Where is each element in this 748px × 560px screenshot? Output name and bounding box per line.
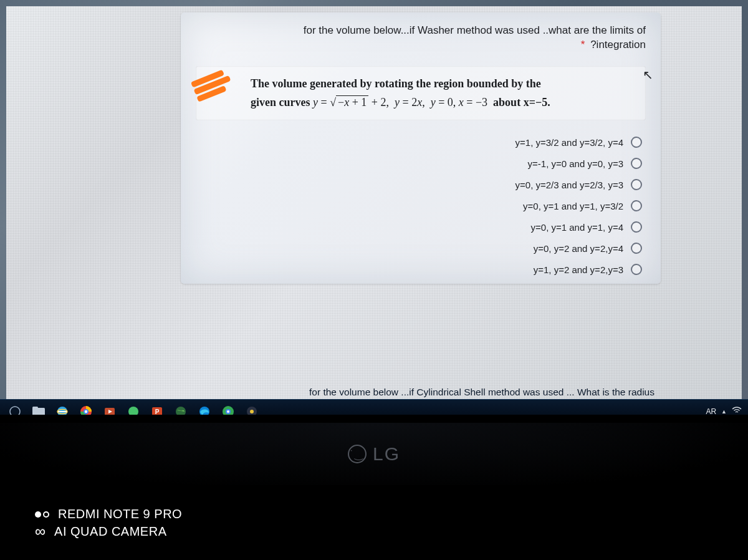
lg-face-icon: ˙‿ (348, 445, 367, 463)
app-icon-1[interactable] (125, 403, 142, 415)
watermark-line1: REDMI NOTE 9 PRO (58, 507, 182, 521)
option-4-label: y=0, y=1 and y=1, y=3/2 (523, 201, 623, 211)
radio-icon (631, 243, 642, 254)
chrome2-icon[interactable] (219, 403, 237, 415)
tray-chevron-icon[interactable]: ▲ (721, 408, 727, 415)
start-icon[interactable] (6, 403, 24, 415)
option-5-label: y=0, y=1 and y=1, y=4 (531, 222, 623, 233)
option-1-label: y=1, y=3/2 and y=3/2, y=4 (515, 137, 623, 148)
problem-given-label: given curves (251, 96, 313, 109)
options-list: y=1, y=3/2 and y=3/2, y=4 y=-1, y=0 and … (196, 137, 646, 275)
question-header: for the volume below...if Washer method … (196, 24, 646, 52)
svg-point-13 (128, 407, 138, 415)
cursor-icon: ↖ (643, 67, 653, 82)
option-7-label: y=1, y=2 and y=2,y=3 (534, 264, 623, 275)
problem-line1: The volume generated by rotating the reg… (251, 75, 613, 94)
option-2[interactable]: y=-1, y=0 and y=0, y=3 (528, 158, 642, 169)
monitor-brand-text: LG (373, 443, 400, 465)
question-card: for the volume below...if Washer method … (181, 12, 661, 284)
radio-icon (631, 221, 642, 233)
camera-watermark: REDMI NOTE 9 PRO ∞ AI QUAD CAMERA (35, 507, 182, 541)
taskbar-left: P (6, 403, 261, 415)
watermark-dots-icon (35, 511, 49, 518)
option-4[interactable]: y=0, y=1 and y=1, y=3/2 (523, 200, 642, 211)
svg-point-10 (85, 410, 87, 412)
app-icon-2[interactable] (243, 403, 261, 415)
next-question-peek: for the volume below ...if Cylindrical S… (181, 387, 654, 398)
option-6-label: y=0, y=2 and y=2,y=4 (534, 243, 623, 254)
chrome-icon[interactable] (77, 403, 95, 415)
svg-rect-5 (32, 407, 38, 409)
infinity-icon: ∞ (35, 524, 46, 539)
problem-line2: given curves y = √−x + 1 + 2, y = 2x, y … (251, 94, 613, 112)
edge-icon[interactable] (196, 403, 213, 415)
radio-icon (631, 137, 642, 148)
globe-icon[interactable] (172, 403, 189, 415)
option-5[interactable]: y=0, y=1 and y=1, y=4 (531, 221, 642, 233)
problem-line1-text: The volume generated by rotating the reg… (251, 77, 541, 90)
question-header-line2: ?integration (590, 39, 646, 51)
video-icon[interactable] (101, 403, 118, 415)
tray-wifi-icon[interactable] (732, 407, 742, 415)
option-2-label: y=-1, y=0 and y=0, y=3 (528, 158, 623, 169)
svg-text:P: P (155, 408, 160, 415)
watermark-line2: AI QUAD CAMERA (54, 524, 166, 539)
problem-box: ↖ The volume generated by rotating the r… (196, 66, 646, 120)
option-1[interactable]: y=1, y=3/2 and y=3/2, y=4 (515, 137, 642, 148)
question-header-line1: for the volume below...if Washer method … (304, 24, 646, 36)
svg-point-22 (250, 410, 254, 413)
taskbar-right: AR ▲ (706, 407, 742, 415)
screen-area: for the volume below...if Washer method … (0, 0, 748, 415)
monitor-bezel: ˙‿ LG (0, 423, 748, 485)
svg-point-3 (10, 407, 20, 415)
option-7[interactable]: y=1, y=2 and y=2,y=3 (534, 264, 642, 275)
option-6[interactable]: y=0, y=2 and y=2,y=4 (534, 243, 642, 254)
language-indicator[interactable]: AR (706, 407, 716, 415)
radio-icon (631, 264, 642, 275)
monitor-brand: ˙‿ LG (348, 443, 400, 465)
option-3-label: y=0, y=2/3 and y=2/3, y=3 (515, 180, 623, 190)
radio-icon (631, 179, 642, 190)
taskbar: P AR ▲ (0, 399, 748, 415)
radio-icon (631, 158, 642, 169)
highlighter-icon (186, 59, 243, 107)
svg-point-20 (227, 410, 229, 413)
powerpoint-icon[interactable]: P (148, 403, 166, 415)
option-3[interactable]: y=0, y=2/3 and y=2/3, y=3 (515, 179, 642, 190)
ie-icon[interactable] (54, 403, 71, 415)
file-explorer-icon[interactable] (30, 403, 47, 415)
radio-icon (631, 200, 642, 211)
required-asterisk: * (581, 39, 585, 51)
